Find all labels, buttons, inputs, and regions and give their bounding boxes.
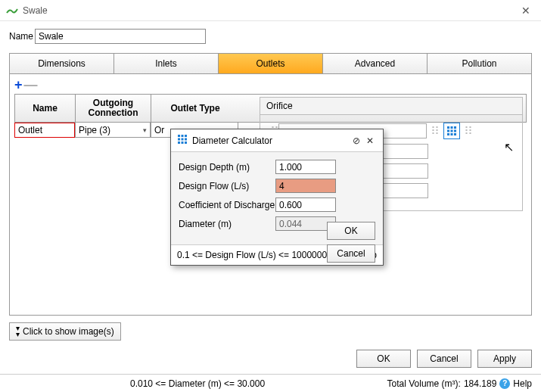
apply-button[interactable]: Apply <box>477 350 532 368</box>
cell-name[interactable]: Outlet <box>14 123 75 138</box>
remove-icon[interactable]: — <box>24 79 38 91</box>
titlebar: Swale ✕ <box>0 0 541 21</box>
group-legend: Orifice <box>260 98 522 115</box>
calculator-icon <box>446 126 457 136</box>
svg-rect-5 <box>454 130 456 132</box>
tabs: Dimensions Inlets Outlets Advanced Pollu… <box>9 53 532 73</box>
svg-rect-13 <box>182 138 184 141</box>
svg-rect-12 <box>178 138 180 141</box>
diameter-calculator-dialog: Diameter Calculator ⊘ ✕ Design Depth (m)… <box>170 129 384 266</box>
svg-rect-11 <box>185 135 187 137</box>
dialog-ok-button[interactable]: OK <box>327 222 375 240</box>
tab-dimensions[interactable]: Dimensions <box>10 54 114 73</box>
svg-rect-1 <box>451 126 453 129</box>
drag-dots-icon: ∘∘∘∘∘∘ <box>431 126 439 135</box>
name-input[interactable] <box>35 29 206 44</box>
col-connection: Outgoing Connection <box>76 95 151 122</box>
design-flow-label: Design Flow (L/s) <box>179 181 275 191</box>
ok-button[interactable]: OK <box>356 350 411 368</box>
svg-rect-3 <box>447 130 449 132</box>
dialog-cancel-button[interactable]: Cancel <box>327 244 375 263</box>
status-help-link[interactable]: Help <box>513 378 532 389</box>
name-label: Name <box>9 31 35 42</box>
design-depth-label: Design Depth (m) <box>179 162 275 173</box>
dialog-title: Diameter Calculator <box>192 135 350 146</box>
coefficient-input[interactable] <box>275 198 336 212</box>
status-range: 0.010 <= Diameter (m) <= 30.000 <box>130 378 265 389</box>
add-icon[interactable]: + <box>14 79 23 91</box>
svg-rect-2 <box>454 126 456 129</box>
app-icon <box>6 5 18 17</box>
svg-rect-9 <box>178 135 180 137</box>
col-name: Name <box>15 95 76 122</box>
design-flow-input[interactable] <box>275 179 336 193</box>
status-volume-label: Total Volume (m³): <box>387 378 461 389</box>
status-volume-value: 184.189 <box>464 378 496 389</box>
diameter-calculator-button[interactable] <box>443 123 460 139</box>
pin-icon[interactable]: ⊘ <box>350 135 363 146</box>
svg-rect-6 <box>447 133 449 135</box>
svg-rect-8 <box>454 133 456 135</box>
chevron-down-icon: ▾▾ <box>16 325 20 338</box>
diameter-label: Diameter (m) <box>179 219 275 229</box>
svg-rect-4 <box>451 130 453 132</box>
svg-rect-0 <box>447 126 449 129</box>
svg-rect-15 <box>178 142 180 144</box>
tab-pollution[interactable]: Pollution <box>428 54 531 73</box>
close-icon[interactable]: ✕ <box>363 135 377 146</box>
svg-rect-16 <box>182 142 184 144</box>
window-title: Swale <box>23 5 517 16</box>
coefficient-label: Coefficient of Discharge <box>179 200 275 210</box>
chevron-down-icon[interactable]: ▾ <box>143 126 147 134</box>
dialog-range-text: 0.1 <= Design Flow (L/s) <= 1000000.0 <box>177 250 334 260</box>
svg-rect-14 <box>185 138 187 141</box>
cell-connection[interactable]: Pipe (3) ▾ <box>75 123 151 138</box>
show-images-button[interactable]: ▾▾ Click to show image(s) <box>9 322 121 341</box>
tab-inlets[interactable]: Inlets <box>114 54 219 73</box>
tab-outlets[interactable]: Outlets <box>219 54 323 73</box>
calculator-icon <box>177 134 188 147</box>
close-icon[interactable]: ✕ <box>517 3 535 18</box>
help-icon[interactable]: ? <box>499 378 510 389</box>
status-bar: 0.010 <= Diameter (m) <= 30.000 Total Vo… <box>0 374 541 392</box>
cancel-button[interactable]: Cancel <box>417 350 471 368</box>
svg-rect-17 <box>185 142 187 144</box>
tab-advanced[interactable]: Advanced <box>323 54 428 73</box>
design-depth-input[interactable] <box>275 160 336 174</box>
svg-rect-10 <box>182 135 184 137</box>
drag-dots-icon: ∘∘∘∘∘∘ <box>465 126 472 135</box>
col-type: Outlet Type <box>151 95 239 122</box>
svg-rect-7 <box>451 133 453 135</box>
